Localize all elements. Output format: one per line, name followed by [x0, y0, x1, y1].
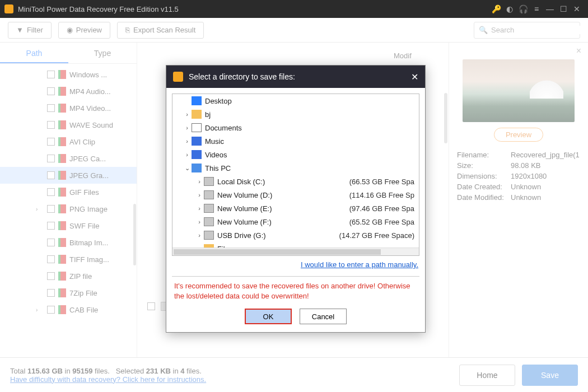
- dialog-close-icon[interactable]: ✕: [411, 72, 418, 82]
- license-key-icon[interactable]: 🔑: [489, 4, 503, 13]
- doc-icon: [192, 123, 202, 132]
- dir-row[interactable]: ›New Volume (D:)(114.16 GB Free Sp: [172, 188, 419, 202]
- dir-row[interactable]: ›Videos: [172, 148, 419, 161]
- titlebar: MiniTool Power Data Recovery Free Editio…: [0, 0, 588, 18]
- dir-free: (14.27 GB Free Space): [339, 231, 414, 240]
- dir-row[interactable]: ›Local Disk (C:)(66.53 GB Free Spa: [172, 175, 419, 188]
- dir-name: This PC: [205, 164, 414, 172]
- drive-icon: [204, 204, 214, 213]
- drive-icon: [204, 190, 214, 199]
- dir-name: New Volume (E:): [217, 204, 349, 213]
- dir-row[interactable]: ›New Volume (F:)(65.52 GB Free Spa: [172, 215, 419, 228]
- dir-name: Videos: [205, 151, 414, 159]
- dialog-title: Select a directory to save files:: [189, 72, 295, 81]
- dialog-icon: [173, 72, 183, 82]
- close-icon[interactable]: ✕: [570, 4, 584, 13]
- dir-free: (114.16 GB Free Sp: [349, 191, 414, 199]
- dialog-titlebar: Select a directory to save files: ✕: [166, 66, 425, 88]
- expand-icon[interactable]: ›: [183, 111, 192, 118]
- dir-row[interactable]: ›Music: [172, 134, 419, 148]
- expand-icon[interactable]: ›: [195, 192, 204, 198]
- dialog-cancel-button[interactable]: Cancel: [300, 309, 347, 324]
- dir-name: Local Disk (C:): [217, 178, 349, 186]
- expand-icon[interactable]: ›: [183, 124, 192, 131]
- dir-h-scrollbar[interactable]: [172, 248, 419, 255]
- dir-free: (97.46 GB Free Spa: [349, 204, 414, 213]
- expand-icon[interactable]: ›: [195, 218, 204, 225]
- expand-icon[interactable]: ›: [195, 205, 204, 212]
- dir-name: New Volume (F:): [217, 218, 349, 226]
- directory-tree[interactable]: Desktop›bj›Documents›Music›Videos⌄This P…: [172, 94, 419, 256]
- dialog-ok-button[interactable]: OK: [245, 309, 292, 324]
- video-icon: [192, 150, 202, 159]
- drive-icon: [204, 231, 214, 240]
- maximize-icon[interactable]: ☐: [557, 4, 570, 13]
- music-icon: [192, 137, 202, 146]
- dir-free: (66.53 GB Free Spa: [349, 178, 414, 186]
- expand-icon[interactable]: ⌄: [183, 165, 192, 172]
- drive-icon: [204, 177, 214, 186]
- save-directory-dialog: Select a directory to save files: ✕ Desk…: [166, 65, 426, 333]
- desktop-icon: [192, 96, 202, 105]
- pc-icon: [192, 164, 202, 172]
- drive-icon: [204, 217, 214, 226]
- manual-path-link[interactable]: I would like to enter a path manually.: [301, 260, 418, 269]
- minimize-icon[interactable]: —: [543, 4, 557, 13]
- dir-name: bj: [205, 110, 414, 119]
- dir-free: (65.52 GB Free Spa: [349, 218, 414, 226]
- dir-row[interactable]: ›Documents: [172, 121, 419, 134]
- dir-row[interactable]: ›USB Drive (G:)(14.27 GB Free Space): [172, 228, 419, 242]
- expand-icon[interactable]: ›: [195, 178, 204, 185]
- dialog-warning: It's recommended to save the recovered f…: [172, 277, 419, 305]
- expand-icon[interactable]: ›: [195, 232, 204, 239]
- dir-name: New Volume (D:): [217, 191, 349, 199]
- dir-row[interactable]: ›bj: [172, 108, 419, 121]
- menu-icon[interactable]: ≡: [530, 4, 543, 13]
- dir-name: Documents: [205, 124, 414, 132]
- headset-icon[interactable]: 🎧: [516, 4, 530, 13]
- expand-icon[interactable]: ›: [183, 151, 192, 158]
- app-logo-icon: [4, 4, 13, 13]
- user-icon: [192, 110, 202, 119]
- dir-row[interactable]: ›New Volume (E:)(97.46 GB Free Spa: [172, 202, 419, 215]
- globe-icon[interactable]: ◐: [503, 4, 516, 13]
- expand-icon[interactable]: ›: [183, 138, 192, 144]
- dir-name: Music: [205, 137, 414, 146]
- dir-row[interactable]: Desktop: [172, 94, 419, 108]
- app-title: MiniTool Power Data Recovery Free Editio…: [18, 5, 489, 13]
- dir-name: Desktop: [205, 97, 414, 105]
- dir-name: USB Drive (G:): [217, 231, 339, 240]
- dir-row[interactable]: ⌄This PC: [172, 161, 419, 175]
